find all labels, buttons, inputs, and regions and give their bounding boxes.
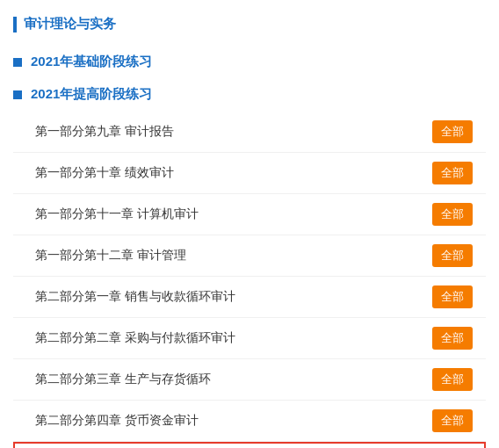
chapter-name: 第二部分第四章 货币资金审计 (35, 413, 199, 429)
chapter-name: 第一部分第十一章 计算机审计 (35, 206, 199, 222)
section-basic-header: 2021年基础阶段练习 (13, 48, 486, 76)
btn-all-ch2-3[interactable]: 全部 (432, 368, 473, 391)
section-advanced-header: 2021年提高阶段练习 (13, 81, 486, 108)
btn-all-ch11[interactable]: 全部 (432, 203, 473, 226)
section-basic: 2021年基础阶段练习 (0, 48, 499, 76)
chapter-name: 第一部分第九章 审计报告 (35, 124, 174, 140)
chapter-item: 第一部分第十章 绩效审计全部 (13, 153, 486, 194)
section-basic-icon (13, 58, 22, 67)
title-accent-icon (13, 17, 17, 33)
page-title: 审计理论与实务 (24, 16, 116, 33)
chapter-name: 第二部分第二章 采购与付款循环审计 (35, 330, 235, 346)
btn-all-ch10[interactable]: 全部 (432, 162, 473, 184)
chapter-name: 第二部分第三章 生产与存货循环 (35, 372, 211, 387)
chapter-item: 第一部分第九章 审计报告全部 (13, 112, 486, 153)
chapter-item: 第二部分第三章 生产与存货循环全部 (13, 359, 486, 401)
chapter-item: 第一部分第十二章 审计管理全部 (13, 235, 486, 277)
section-advanced: 2021年提高阶段练习 第一部分第九章 审计报告全部第一部分第十章 绩效审计全部… (0, 81, 499, 448)
chapter-item: 第一部分第十一章 计算机审计全部 (13, 194, 486, 235)
btn-all-ch2-4[interactable]: 全部 (432, 409, 473, 432)
btn-all-ch12[interactable]: 全部 (432, 244, 473, 267)
chapter-item: 第二部分第五章 财务报告审计全部 (13, 442, 486, 448)
chapter-item: 第二部分第二章 采购与付款循环审计全部 (13, 318, 486, 359)
chapter-list: 第一部分第九章 审计报告全部第一部分第十章 绩效审计全部第一部分第十一章 计算机… (13, 112, 486, 448)
page-title-bar: 审计理论与实务 (0, 9, 499, 40)
btn-all-ch9[interactable]: 全部 (432, 120, 473, 143)
chapter-name: 第一部分第十章 绩效审计 (35, 165, 174, 181)
page-container: 审计理论与实务 2021年基础阶段练习 2021年提高阶段练习 第一部分第九章 … (0, 0, 499, 448)
section-advanced-title: 2021年提高阶段练习 (31, 86, 152, 103)
chapter-item: 第二部分第四章 货币资金审计全部 (13, 401, 486, 442)
section-advanced-icon (13, 90, 22, 99)
btn-all-ch2-2[interactable]: 全部 (432, 327, 473, 350)
section-basic-title: 2021年基础阶段练习 (31, 54, 152, 70)
btn-all-ch2-1[interactable]: 全部 (432, 285, 473, 308)
chapter-name: 第一部分第十二章 审计管理 (35, 248, 186, 264)
chapter-item: 第二部分第一章 销售与收款循环审计全部 (13, 277, 486, 318)
chapter-name: 第二部分第一章 销售与收款循环审计 (35, 289, 235, 305)
